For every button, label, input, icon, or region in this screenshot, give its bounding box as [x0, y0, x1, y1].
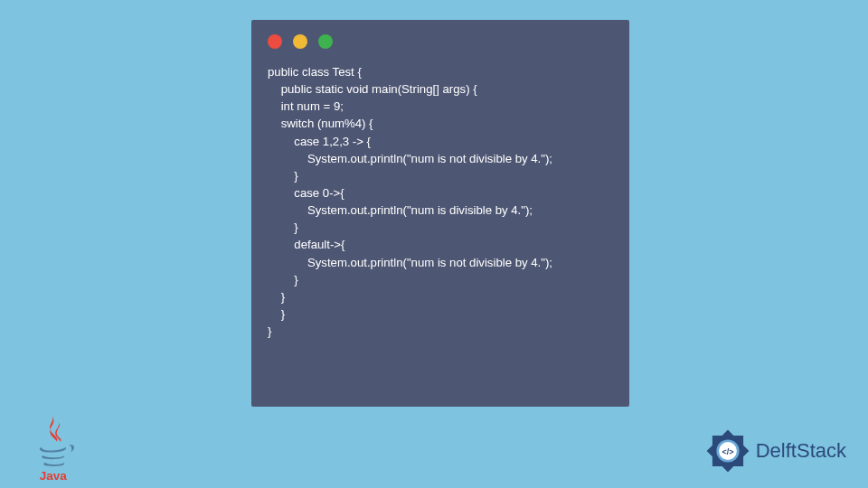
window-dot-red — [268, 34, 282, 49]
window-dot-green — [318, 34, 333, 49]
code-window: public class Test { public static void m… — [251, 20, 629, 407]
java-logo: Java — [33, 412, 85, 477]
java-label-text: Java — [40, 469, 68, 482]
window-controls — [251, 20, 629, 56]
delftstack-icon: </> — [703, 427, 752, 475]
delftstack-label: DelftStack — [756, 439, 846, 463]
delftstack-logo: </> DelftStack — [703, 427, 846, 475]
code-content: public class Test { public static void m… — [251, 56, 629, 347]
java-icon: Java — [33, 412, 85, 482]
window-dot-yellow — [293, 34, 307, 49]
svg-text:</>: </> — [722, 447, 733, 456]
